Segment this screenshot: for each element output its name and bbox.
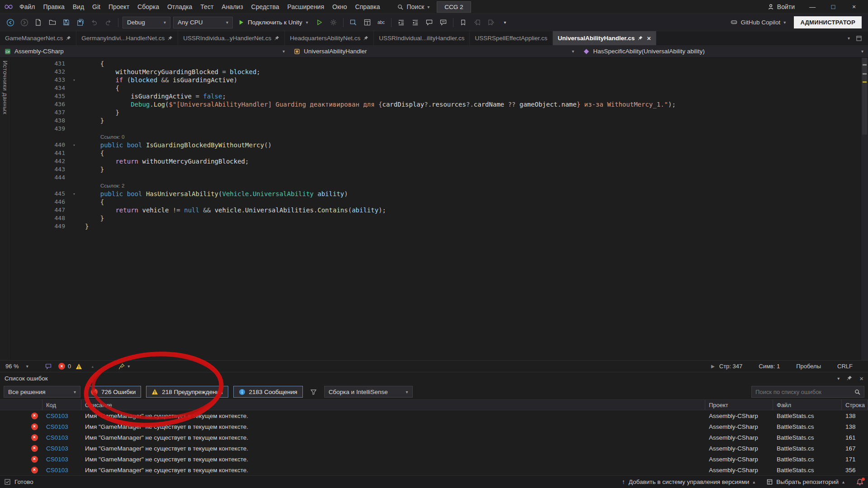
- menu-tools[interactable]: Средства: [247, 1, 283, 13]
- notifications-bell-icon[interactable]: [856, 479, 863, 486]
- error-row[interactable]: ×CS0103Имя "GameManager" не существует в…: [0, 421, 868, 432]
- menu-analysis[interactable]: Анализ: [217, 1, 247, 13]
- line-indent-icon[interactable]: [396, 17, 407, 28]
- errors-filter-button[interactable]: × 726 Ошибки: [85, 386, 141, 398]
- column-file[interactable]: Файл: [773, 400, 842, 410]
- close-button[interactable]: ×: [844, 0, 864, 14]
- doc-tab-1[interactable]: GameManagerNet.cs: [0, 31, 76, 45]
- code-line[interactable]: 435 isGuardingActive = false;: [11, 92, 868, 100]
- maximize-button[interactable]: □: [823, 0, 844, 14]
- menu-build[interactable]: Сборка: [133, 1, 163, 13]
- error-row[interactable]: ×CS0103Имя "GameManager" не существует в…: [0, 443, 868, 454]
- save-all-icon[interactable]: [75, 17, 86, 28]
- pin-icon[interactable]: [274, 36, 279, 41]
- code-line[interactable]: 447 return vehicle != null && vehicle.Un…: [11, 206, 868, 214]
- status-eol[interactable]: CRLF: [837, 363, 853, 370]
- messages-filter-button[interactable]: 2183 Сообщения: [233, 386, 303, 398]
- doc-tab-7[interactable]: UniversalAbilityHandler.cs×: [553, 31, 656, 45]
- doc-tab-3[interactable]: USSRIndividua...yHandlerNet.cs: [178, 31, 285, 45]
- background-tasks-icon[interactable]: [5, 479, 10, 485]
- fold-chevron-icon[interactable]: ▾: [70, 141, 79, 149]
- column-code[interactable]: Код: [42, 400, 81, 410]
- menu-help[interactable]: Справка: [351, 1, 384, 13]
- split-pane-icon[interactable]: [362, 17, 373, 28]
- tab-close-icon[interactable]: ×: [647, 34, 651, 42]
- panel-pin-icon[interactable]: [847, 375, 852, 381]
- column-project[interactable]: Проект: [705, 400, 773, 410]
- menu-test[interactable]: Тест: [196, 1, 217, 13]
- prev-issue-icon[interactable]: ▴: [87, 361, 98, 372]
- settings-gear-icon[interactable]: [328, 17, 339, 28]
- code-line[interactable]: 448 }: [11, 214, 868, 222]
- pin-icon[interactable]: [168, 36, 173, 41]
- error-row[interactable]: ×CS0103Имя "GameManager" не существует в…: [0, 465, 868, 475]
- code-editor[interactable]: 431 {432 withoutMercyGuardingBlocked = b…: [11, 58, 868, 360]
- menu-file[interactable]: Файл: [15, 1, 39, 13]
- new-file-icon[interactable]: [33, 17, 44, 28]
- github-copilot-button[interactable]: GitHub Copilot ▾: [730, 19, 786, 26]
- menu-window[interactable]: Окно: [328, 1, 351, 13]
- bookmark-icon[interactable]: [458, 17, 469, 28]
- pin-icon[interactable]: [66, 36, 71, 41]
- zoom-dropdown[interactable]: 96 %▾: [4, 363, 38, 370]
- member-dropdown[interactable]: HasSpecificAbility(UniversalAbility abil…: [579, 45, 868, 57]
- open-file-icon[interactable]: [47, 17, 58, 28]
- select-repository-button[interactable]: Выбрать репозиторий ▴: [767, 479, 844, 485]
- type-dropdown[interactable]: UniversalAbilityHandler ▾: [289, 45, 579, 57]
- doc-tab-4[interactable]: HeadquartersAbilityNet.cs: [285, 31, 374, 45]
- menu-project[interactable]: Проект: [104, 1, 133, 13]
- start-without-debugging-icon[interactable]: [314, 17, 325, 28]
- comment-icon[interactable]: [424, 17, 435, 28]
- save-icon[interactable]: [61, 17, 72, 28]
- code-line[interactable]: 436 Debug.Log($"[UniversalAbilityHandler…: [11, 100, 868, 108]
- menu-edit[interactable]: Правка: [39, 1, 68, 13]
- fold-chevron-icon[interactable]: ▾: [70, 76, 79, 84]
- add-to-source-control-button[interactable]: ↑ Добавить в систему управления версиями…: [622, 479, 755, 485]
- sign-in-button[interactable]: Войти: [768, 3, 795, 10]
- platform-dropdown[interactable]: Any CPU▾: [173, 17, 233, 28]
- uncomment-icon[interactable]: [438, 17, 449, 28]
- code-line[interactable]: 445▾ public bool HasUniversalAbility(Veh…: [11, 190, 868, 198]
- code-cleanup-button[interactable]: ▾: [118, 363, 130, 370]
- code-line[interactable]: 438 }: [11, 117, 868, 125]
- warnings-filter-button[interactable]: 218 Предупреждения: [146, 386, 228, 398]
- code-line[interactable]: 446 {: [11, 198, 868, 206]
- fold-chevron-icon[interactable]: ▾: [70, 190, 79, 198]
- vertical-scrollbar[interactable]: [861, 58, 868, 360]
- pin-icon[interactable]: [638, 36, 643, 41]
- toolbar-overflow-icon[interactable]: ▾: [500, 17, 511, 28]
- code-line[interactable]: 440▾ public bool IsGuardingBlockedByWith…: [11, 141, 868, 149]
- code-line[interactable]: 444: [11, 174, 868, 182]
- pin-icon[interactable]: [363, 36, 368, 41]
- menu-git[interactable]: Git: [88, 1, 104, 13]
- code-line[interactable]: 432 withoutMercyGuardingBlocked = blocke…: [11, 68, 868, 76]
- search-box[interactable]: Поиск ▾: [394, 2, 433, 12]
- menu-view[interactable]: Вид: [69, 1, 88, 13]
- navigate-forward-icon[interactable]: [19, 17, 30, 28]
- column-line[interactable]: Строка: [842, 400, 868, 410]
- code-line[interactable]: 442 return withoutMercyGuardingBlocked;: [11, 157, 868, 165]
- panel-menu-chevron-icon[interactable]: ▾: [837, 376, 840, 381]
- administrator-button[interactable]: АДМИНИСТРАТОР: [794, 16, 862, 28]
- configuration-dropdown[interactable]: Debug▾: [123, 17, 170, 28]
- doc-tab-2[interactable]: GermanyIndivi...HandlerNet.cs: [76, 31, 178, 45]
- source-filter-dropdown[interactable]: Сборка и IntelliSense▾: [324, 386, 413, 398]
- doc-tab-6[interactable]: USSRSpellEffectApplier.cs: [470, 31, 552, 45]
- code-line[interactable]: 449}: [11, 222, 868, 230]
- undo-icon[interactable]: [89, 17, 100, 28]
- menu-debug[interactable]: Отладка: [163, 1, 196, 13]
- code-line[interactable]: 443 }: [11, 165, 868, 174]
- minimize-button[interactable]: —: [802, 0, 823, 14]
- show-whitespace-icon[interactable]: abc: [376, 17, 387, 28]
- navigate-back-icon[interactable]: [5, 17, 16, 28]
- hscroll-right-icon[interactable]: ▶: [711, 364, 715, 369]
- error-row[interactable]: ×CS0103Имя "GameManager" не существует в…: [0, 454, 868, 465]
- menu-extensions[interactable]: Расширения: [283, 1, 328, 13]
- code-line[interactable]: 431 {: [11, 60, 868, 68]
- next-bookmark-icon[interactable]: [486, 17, 497, 28]
- doc-tab-5[interactable]: USSRIndividual...ilityHandler.cs: [374, 31, 470, 45]
- next-issue-icon[interactable]: ▾: [103, 361, 114, 372]
- code-line[interactable]: 433▾ if (blocked && isGuardingActive): [11, 76, 868, 84]
- file-errors-indicator[interactable]: × 0: [58, 363, 71, 370]
- attach-to-unity-button[interactable]: Подключить к Unity ▾: [236, 19, 311, 26]
